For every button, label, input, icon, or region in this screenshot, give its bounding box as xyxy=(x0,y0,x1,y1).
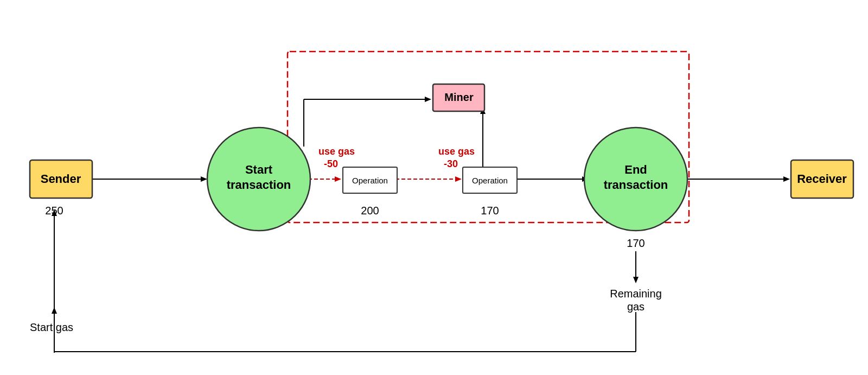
arrow-start-to-miner xyxy=(425,97,431,102)
end-transaction-label-1: End xyxy=(624,163,647,176)
use-gas-50-label: use gas xyxy=(318,146,355,157)
miner-label: Miner xyxy=(444,91,474,103)
start-transaction-label-1: Start xyxy=(245,163,273,176)
use-gas-30-value: -30 xyxy=(444,158,458,169)
arrow-end-to-receiver xyxy=(783,176,790,182)
use-gas-50-value: -50 xyxy=(324,158,338,169)
start-transaction-label-2: transaction xyxy=(227,178,291,192)
operation2-label: Operation xyxy=(472,176,508,185)
gas-value-170-op2: 170 xyxy=(481,205,499,217)
arrow-start-gas-2 xyxy=(52,307,57,314)
diagram-container: use gas -50 use gas -30 Sender Start tra… xyxy=(0,0,868,375)
sender-label: Sender xyxy=(41,172,81,186)
arrow-remaining-gas xyxy=(633,277,639,283)
receiver-label: Receiver xyxy=(797,172,847,186)
operation1-label: Operation xyxy=(352,176,388,185)
arrow-op1-to-op2 xyxy=(455,176,462,182)
start-gas-label: Start gas xyxy=(30,321,73,333)
arrow-sender-to-start xyxy=(201,176,207,182)
end-transaction-label-2: transaction xyxy=(604,178,668,192)
remaining-gas-label-2: gas xyxy=(627,301,644,313)
diagram-svg: use gas -50 use gas -30 Sender Start tra… xyxy=(0,0,868,375)
gas-value-200: 200 xyxy=(361,205,379,217)
use-gas-30-label: use gas xyxy=(438,146,475,157)
remaining-gas-label-1: Remaining xyxy=(610,288,662,300)
gas-value-170-end: 170 xyxy=(627,237,644,249)
arrow-start-to-op1 xyxy=(335,176,341,182)
